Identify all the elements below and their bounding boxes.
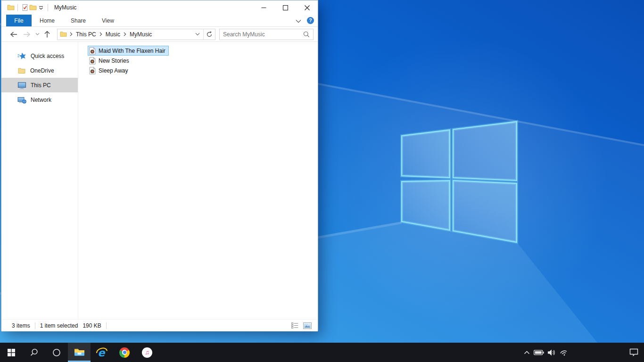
battery-icon[interactable] xyxy=(532,343,545,362)
start-button[interactable] xyxy=(0,343,23,362)
refresh-icon[interactable] xyxy=(204,29,215,40)
file-name: Maid With The Flaxen Hair xyxy=(99,48,165,54)
search-icon xyxy=(30,348,38,357)
status-separator xyxy=(35,322,35,329)
sidebar-item-label: This PC xyxy=(31,82,51,89)
caption-buttons xyxy=(253,0,318,15)
maximize-button[interactable] xyxy=(274,0,296,15)
svg-text:e: e xyxy=(98,347,106,359)
customize-qat-dropdown-icon[interactable] xyxy=(37,4,45,12)
expand-ribbon-chevron-icon[interactable] xyxy=(296,16,301,25)
new-folder-icon[interactable] xyxy=(29,4,37,12)
tab-home[interactable]: Home xyxy=(32,15,63,26)
wifi-icon[interactable] xyxy=(558,343,570,362)
taskbar: e ♫ xyxy=(0,343,644,362)
large-icons-view-icon[interactable] xyxy=(303,321,312,330)
cortana-button[interactable] xyxy=(45,343,68,362)
sidebar-item-label: Quick access xyxy=(31,53,64,59)
tab-share[interactable]: Share xyxy=(63,15,94,26)
tray-spacer xyxy=(570,343,623,362)
sidebar-item-network[interactable]: Network xyxy=(1,92,78,107)
volume-icon[interactable] xyxy=(545,343,558,362)
taskbar-itunes-button[interactable]: ♫ xyxy=(136,343,158,362)
sidebar-item-this-pc[interactable]: This PC xyxy=(1,78,78,92)
breadcrumb-chevron-icon[interactable] xyxy=(98,32,104,36)
sidebar-item-label: OneDrive xyxy=(30,67,54,74)
recent-locations-chevron-icon[interactable] xyxy=(33,28,41,41)
sidebar-item-onedrive[interactable]: OneDrive xyxy=(1,63,78,78)
magnifier-icon[interactable] xyxy=(303,31,310,38)
monitor-icon xyxy=(17,82,26,89)
search-placeholder: Search MyMusic xyxy=(223,31,303,38)
selection-count: 1 item selected xyxy=(40,322,78,329)
quick-access-star-icon xyxy=(17,52,26,60)
file-row[interactable]: Maid With The Flaxen Hair xyxy=(88,46,169,56)
navigation-pane: Quick access OneDrive xyxy=(1,42,78,319)
internet-explorer-icon: e xyxy=(96,346,108,359)
up-button[interactable] xyxy=(41,28,53,41)
forward-button[interactable] xyxy=(20,28,33,41)
explorer-body: Quick access OneDrive xyxy=(1,42,318,319)
file-name: Sleep Away xyxy=(99,67,128,74)
music-file-icon xyxy=(89,57,96,65)
item-count: 3 items xyxy=(12,322,30,329)
close-button[interactable] xyxy=(296,0,318,15)
itunes-icon: ♫ xyxy=(142,347,152,358)
tab-view[interactable]: View xyxy=(94,15,122,26)
address-history-chevron-icon[interactable] xyxy=(192,29,203,40)
title-bar[interactable]: MyMusic xyxy=(1,0,318,15)
cortana-circle-icon xyxy=(52,348,61,357)
minimize-button[interactable] xyxy=(253,0,274,15)
taskbar-search-button[interactable] xyxy=(23,343,45,362)
breadcrumb-music[interactable]: Music xyxy=(104,31,122,38)
file-explorer-icon xyxy=(74,347,85,357)
taskbar-chrome-button[interactable] xyxy=(113,343,136,362)
desktop: MyMusic File Home Share View xyxy=(0,0,644,362)
file-explorer-window: MyMusic File Home Share View xyxy=(1,0,318,331)
back-button[interactable] xyxy=(7,28,20,41)
qat-separator xyxy=(17,4,18,11)
ribbon-tab-bar: File Home Share View ? xyxy=(1,15,318,27)
help-button[interactable]: ? xyxy=(307,17,314,24)
address-folder-icon xyxy=(60,31,67,38)
window-title: MyMusic xyxy=(54,4,76,11)
file-list[interactable]: Maid With The Flaxen Hair New Stories Sl… xyxy=(78,42,318,319)
chrome-icon xyxy=(119,347,130,358)
breadcrumb-this-pc[interactable]: This PC xyxy=(74,31,98,38)
file-row[interactable]: Sleep Away xyxy=(88,66,132,75)
search-input[interactable]: Search MyMusic xyxy=(219,29,314,40)
sidebar-item-quick-access[interactable]: Quick access xyxy=(1,49,78,63)
breadcrumb-chevron-icon xyxy=(68,32,74,36)
system-tray xyxy=(521,343,644,362)
status-bar: 3 items 1 item selected 190 KB xyxy=(1,319,318,331)
music-file-icon xyxy=(89,67,96,74)
file-name: New Stories xyxy=(99,58,129,64)
sidebar-item-label: Network xyxy=(31,97,51,103)
window-folder-icon xyxy=(7,4,15,12)
taskbar-internet-explorer-button[interactable]: e xyxy=(91,343,113,362)
breadcrumb-chevron-icon[interactable] xyxy=(122,32,128,36)
folder-icon xyxy=(17,67,26,74)
taskbar-file-explorer-button[interactable] xyxy=(68,343,91,362)
qat-separator xyxy=(48,4,48,11)
breadcrumb-mymusic[interactable]: MyMusic xyxy=(128,31,154,38)
tab-file[interactable]: File xyxy=(6,15,32,26)
navigation-bar: This PC Music MyMusic Searc xyxy=(1,27,318,42)
file-row[interactable]: New Stories xyxy=(88,56,132,66)
music-note-glyph: ♫ xyxy=(145,349,149,356)
music-file-icon xyxy=(89,47,96,55)
properties-check-icon[interactable] xyxy=(21,4,29,12)
address-bar[interactable]: This PC Music MyMusic xyxy=(57,29,215,40)
selection-size: 190 KB xyxy=(83,322,101,329)
details-view-icon[interactable] xyxy=(290,321,299,330)
action-center-icon[interactable] xyxy=(623,343,644,362)
windows-logo-icon xyxy=(8,349,15,356)
hidden-icons-chevron-icon[interactable] xyxy=(521,343,532,362)
windows-logo xyxy=(402,122,517,242)
status-separator xyxy=(106,322,107,329)
network-icon xyxy=(17,96,26,104)
